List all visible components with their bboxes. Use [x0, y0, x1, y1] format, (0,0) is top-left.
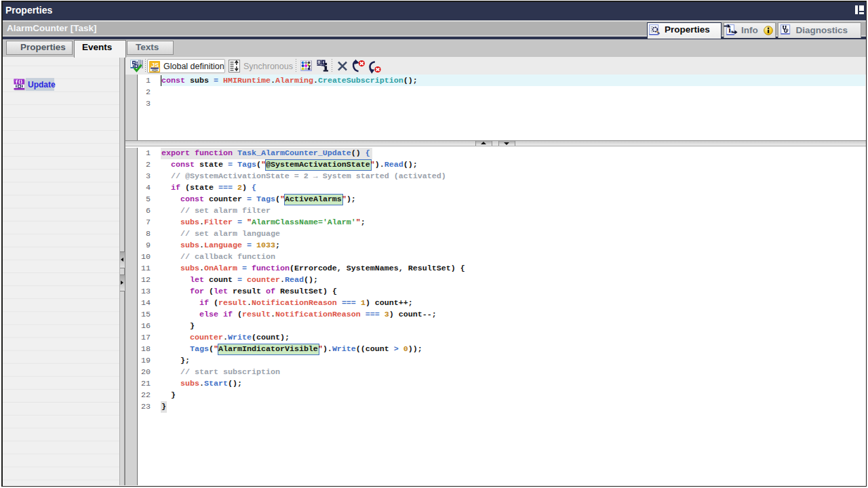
svg-text:i: i — [728, 24, 731, 35]
